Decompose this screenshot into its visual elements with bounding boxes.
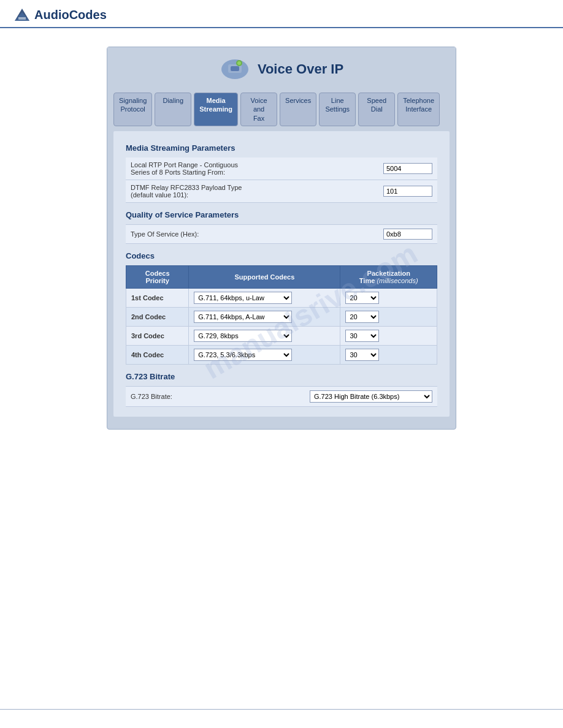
ptime-select-2[interactable]: 20 30 40 xyxy=(345,311,379,323)
rtp-port-label: Local RTP Port Range - ContiguousSeries … xyxy=(131,161,383,176)
rtp-port-row: Local RTP Port Range - ContiguousSeries … xyxy=(126,157,437,180)
codec-select-2[interactable]: G.711, 64kbps, A-Law G.711, 64kbps, u-La… xyxy=(194,311,292,323)
main-content: Voice Over IP SignalingProtocol Dialing … xyxy=(0,28,563,448)
codecs-table: CodecsPriority Supported Codecs Packetiz… xyxy=(126,265,437,365)
table-row: 4th Codec G.723, 5.3/6.3kbps G.711, 64kb… xyxy=(126,345,437,364)
svg-rect-2 xyxy=(18,17,26,20)
rtp-port-input[interactable] xyxy=(383,163,432,174)
tab-dialing[interactable]: Dialing xyxy=(155,93,191,126)
ptime-cell-1: 20 30 40 xyxy=(340,288,437,307)
codecs-priority-header: CodecsPriority xyxy=(126,265,189,288)
tos-label: Type Of Service (Hex): xyxy=(131,230,383,238)
tab-media-streaming[interactable]: MediaStreaming xyxy=(194,93,238,126)
tos-input[interactable] xyxy=(383,229,432,240)
codec-select-4[interactable]: G.723, 5.3/6.3kbps G.711, 64kbps, u-Law … xyxy=(194,349,292,361)
tos-row: Type Of Service (Hex): xyxy=(126,224,437,244)
voip-phone-icon xyxy=(220,57,250,82)
codec-priority-1: 1st Codec xyxy=(126,288,189,307)
ptime-cell-2: 20 30 40 xyxy=(340,307,437,326)
codec-select-cell-3: G.729, 8kbps G.711, 64kbps, u-Law G.711,… xyxy=(189,326,340,345)
logo: AudioCodes xyxy=(12,6,107,23)
tab-telephone-interface[interactable]: TelephoneInterface xyxy=(397,93,440,126)
codec-select-cell-4: G.723, 5.3/6.3kbps G.711, 64kbps, u-Law … xyxy=(189,345,340,364)
media-streaming-section-title: Media Streaming Parameters xyxy=(126,143,437,153)
codecs-section-title: Codecs xyxy=(126,251,437,260)
panel-title: Voice Over IP xyxy=(258,61,343,77)
bitrate-select[interactable]: G.723 High Bitrate (6.3kbps) G.723 Low B… xyxy=(310,390,432,403)
packetization-time-header: PacketizationTime (milliseconds) xyxy=(340,265,437,288)
ptime-cell-3: 30 20 40 xyxy=(340,326,437,345)
codec-priority-3: 3rd Codec xyxy=(126,326,189,345)
bitrate-label: G.723 Bitrate: xyxy=(131,393,310,400)
codec-select-cell-1: G.711, 64kbps, u-Law G.711, 64kbps, A-La… xyxy=(189,288,340,307)
table-row: 2nd Codec G.711, 64kbps, A-Law G.711, 64… xyxy=(126,307,437,326)
dtmf-label: DTMF Relay RFC2833 Payload Type(default … xyxy=(131,184,383,199)
ptime-select-1[interactable]: 20 30 40 xyxy=(345,292,379,304)
ptime-cell-4: 30 20 40 xyxy=(340,345,437,364)
footer-line xyxy=(0,709,563,710)
page-header: AudioCodes xyxy=(0,0,563,28)
codec-select-1[interactable]: G.711, 64kbps, u-Law G.711, 64kbps, A-La… xyxy=(194,292,292,304)
qos-section-title: Quality of Service Parameters xyxy=(126,210,437,219)
codec-select-3[interactable]: G.729, 8kbps G.711, 64kbps, u-Law G.711,… xyxy=(194,330,292,342)
table-row: 3rd Codec G.729, 8kbps G.711, 64kbps, u-… xyxy=(126,326,437,345)
bitrate-row: G.723 Bitrate: G.723 High Bitrate (6.3kb… xyxy=(126,386,437,407)
dtmf-input[interactable] xyxy=(383,186,432,197)
logo-text: AudioCodes xyxy=(34,8,107,22)
svg-rect-5 xyxy=(231,66,239,71)
panel-content: Media Streaming Parameters Local RTP Por… xyxy=(113,131,450,417)
bitrate-section-title: G.723 Bitrate xyxy=(126,372,437,381)
panel-header: Voice Over IP xyxy=(107,47,456,88)
tab-services[interactable]: Services xyxy=(280,93,316,126)
codec-priority-2: 2nd Codec xyxy=(126,307,189,326)
tab-line-settings[interactable]: LineSettings xyxy=(319,93,356,126)
codec-priority-4: 4th Codec xyxy=(126,345,189,364)
codec-select-cell-2: G.711, 64kbps, A-Law G.711, 64kbps, u-La… xyxy=(189,307,340,326)
tab-speed-dial[interactable]: SpeedDial xyxy=(358,93,395,126)
svg-point-7 xyxy=(237,61,241,65)
audiocodes-logo-icon xyxy=(12,6,32,23)
ptime-select-3[interactable]: 30 20 40 xyxy=(345,330,379,342)
tab-voice-fax[interactable]: VoiceandFax xyxy=(240,93,277,126)
voip-panel: Voice Over IP SignalingProtocol Dialing … xyxy=(107,47,456,430)
supported-codecs-header: Supported Codecs xyxy=(189,265,340,288)
table-row: 1st Codec G.711, 64kbps, u-Law G.711, 64… xyxy=(126,288,437,307)
nav-tabs: SignalingProtocol Dialing MediaStreaming… xyxy=(107,88,456,131)
ptime-select-4[interactable]: 30 20 40 xyxy=(345,349,379,361)
tab-signaling-protocol[interactable]: SignalingProtocol xyxy=(113,93,152,126)
dtmf-row: DTMF Relay RFC2833 Payload Type(default … xyxy=(126,180,437,203)
